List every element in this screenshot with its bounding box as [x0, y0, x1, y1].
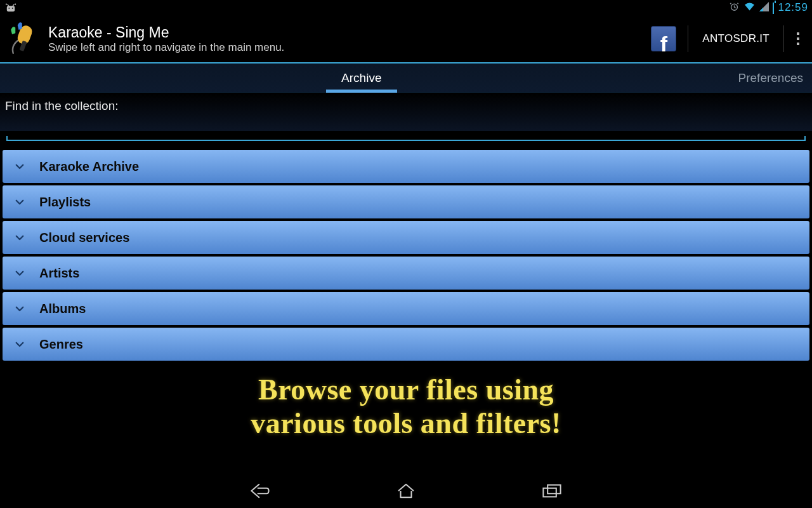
svg-point-1	[6, 4, 7, 5]
nav-home-button[interactable]	[387, 478, 425, 504]
status-bar: 12:59	[0, 0, 812, 15]
category-row[interactable]: Albums	[3, 292, 809, 325]
facebook-button[interactable]: f	[651, 26, 676, 51]
chevron-down-icon	[14, 232, 25, 243]
battery-icon	[773, 3, 774, 13]
separator	[783, 25, 784, 52]
promo-line-2: various tools and filters!	[13, 407, 799, 441]
tab-label: Archive	[341, 71, 381, 85]
wifi-icon	[743, 2, 756, 13]
overflow-dot-icon	[797, 37, 799, 40]
promo-banner: Browse your files using various tools an…	[0, 363, 812, 441]
svg-rect-8	[543, 488, 556, 497]
separator	[688, 25, 688, 52]
brand-link[interactable]: ANTOSDR.IT	[693, 32, 778, 45]
signal-icon	[759, 2, 769, 13]
content-area: Find in the collection: Karaoke ArchiveP…	[0, 93, 812, 441]
svg-point-4	[12, 8, 13, 9]
overflow-menu-button[interactable]	[789, 27, 807, 50]
search-label: Find in the collection:	[0, 93, 812, 117]
app-title: Karaoke - Sing Me	[48, 24, 651, 41]
app-icon	[6, 20, 44, 58]
category-label: Playlists	[39, 195, 91, 210]
promo-line-1: Browse your files using	[13, 373, 799, 407]
status-clock: 12:59	[778, 1, 808, 14]
facebook-icon: f	[660, 34, 667, 53]
nav-back-button[interactable]	[241, 478, 279, 504]
category-row[interactable]: Playlists	[3, 185, 809, 218]
overflow-dot-icon	[797, 43, 799, 45]
category-label: Karaoke Archive	[39, 159, 139, 174]
category-row[interactable]: Artists	[3, 257, 809, 290]
action-bar: Karaoke - Sing Me Swipe left and right t…	[0, 15, 812, 64]
category-label: Cloud services	[39, 231, 129, 245]
category-row[interactable]: Genres	[3, 328, 809, 361]
svg-point-3	[8, 8, 10, 9]
tab-bar: Archive Preferences	[0, 64, 812, 93]
chevron-down-icon	[14, 338, 25, 350]
category-row[interactable]: Karaoke Archive	[3, 150, 809, 183]
tab-label: Preferences	[738, 71, 803, 85]
system-nav-bar	[0, 474, 812, 508]
chevron-down-icon	[14, 196, 25, 208]
nav-recent-button[interactable]	[533, 478, 571, 504]
category-list: Karaoke ArchivePlaylistsCloud servicesAr…	[0, 147, 812, 361]
svg-rect-0	[7, 6, 15, 11]
chevron-down-icon	[14, 161, 25, 172]
tab-preferences[interactable]: Preferences	[723, 64, 812, 92]
category-label: Genres	[39, 337, 83, 352]
chevron-down-icon	[14, 267, 25, 279]
android-debug-icon	[4, 3, 18, 13]
overflow-dot-icon	[797, 32, 799, 35]
category-label: Artists	[39, 266, 79, 281]
category-label: Albums	[39, 302, 86, 316]
chevron-down-icon	[14, 303, 25, 314]
svg-rect-9	[547, 485, 560, 494]
tab-archive[interactable]: Archive	[0, 64, 723, 92]
app-subtitle: Swipe left and right to navigate in the …	[48, 41, 651, 54]
svg-point-2	[15, 4, 16, 5]
alarm-icon	[729, 1, 740, 14]
category-row[interactable]: Cloud services	[3, 221, 809, 254]
search-input[interactable]	[6, 117, 806, 141]
